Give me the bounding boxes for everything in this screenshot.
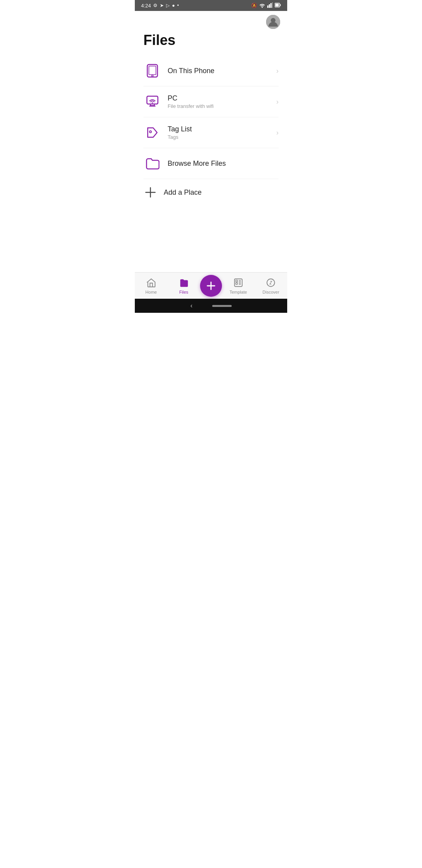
nav-item-template[interactable]: Template <box>222 274 255 298</box>
svg-rect-1 <box>269 4 270 8</box>
tag-list-title: Tag List <box>168 125 273 133</box>
fab-button[interactable] <box>200 275 222 297</box>
wifi-icon <box>259 2 265 9</box>
discover-nav-icon <box>265 277 276 288</box>
svg-rect-2 <box>270 3 272 8</box>
files-nav-icon <box>178 277 189 288</box>
svg-rect-6 <box>275 4 279 6</box>
settings-icon: ⚙ <box>153 3 157 8</box>
svg-point-15 <box>152 102 153 104</box>
svg-marker-29 <box>269 281 273 284</box>
svg-rect-25 <box>239 281 241 282</box>
system-nav: ‹ <box>135 299 287 313</box>
svg-rect-26 <box>239 283 241 283</box>
nav-fab-container <box>200 272 222 300</box>
svg-rect-14 <box>149 106 156 107</box>
status-right: 🔕 <box>251 2 281 9</box>
back-button[interactable]: ‹ <box>190 302 192 309</box>
pc-subtitle: File transfer with wifi <box>168 103 273 109</box>
browse-more-files-text: Browse More Files <box>168 160 279 168</box>
avatar[interactable] <box>266 15 280 29</box>
header <box>135 11 287 29</box>
svg-rect-22 <box>236 280 237 282</box>
menu-item-pc[interactable]: PC File transfer with wifi › <box>139 86 283 117</box>
svg-rect-13 <box>150 104 154 106</box>
on-this-phone-title: On This Phone <box>168 67 273 75</box>
add-a-place-title: Add a Place <box>164 188 279 197</box>
on-this-phone-text: On This Phone <box>168 67 273 75</box>
chevron-icon: › <box>276 67 279 75</box>
time-display: 4:24 <box>141 3 151 9</box>
phone-icon <box>143 62 161 80</box>
svg-rect-23 <box>236 283 237 284</box>
svg-point-16 <box>150 131 152 133</box>
whatsapp-icon: ● <box>172 3 175 8</box>
status-bar: 4:24 ⚙ ➤ ▷ ● • 🔕 <box>135 0 287 11</box>
svg-rect-10 <box>149 66 156 75</box>
dot-icon: • <box>177 3 179 8</box>
template-nav-icon <box>233 277 244 288</box>
browse-more-files-title: Browse More Files <box>168 160 279 168</box>
add-a-place-text: Add a Place <box>164 188 279 197</box>
menu-item-on-this-phone[interactable]: On This Phone › <box>139 56 283 86</box>
files-nav-label: Files <box>179 290 188 294</box>
mute-icon: 🔕 <box>251 3 257 8</box>
send-icon: ➤ <box>160 3 164 8</box>
tag-list-text: Tag List Tags <box>168 125 273 140</box>
svg-rect-24 <box>239 280 241 281</box>
home-pill[interactable] <box>212 305 232 307</box>
pc-title: PC <box>168 94 273 102</box>
home-nav-label: Home <box>145 290 157 294</box>
menu-item-browse-more-files[interactable]: Browse More Files <box>139 148 283 179</box>
chevron-icon: › <box>276 129 279 137</box>
nav-item-files[interactable]: Files <box>168 274 200 298</box>
template-nav-label: Template <box>229 290 247 294</box>
battery-icon <box>275 2 281 9</box>
menu-list: On This Phone › PC File transfer with wi… <box>135 56 287 206</box>
nav-item-home[interactable]: Home <box>135 274 168 298</box>
tag-icon <box>143 124 161 142</box>
svg-rect-5 <box>280 4 281 6</box>
signal-icon <box>267 2 273 9</box>
tag-list-subtitle: Tags <box>168 134 273 140</box>
pc-text: PC File transfer with wifi <box>168 94 273 109</box>
plus-icon <box>143 185 157 199</box>
menu-item-tag-list[interactable]: Tag List Tags › <box>139 117 283 148</box>
menu-item-add-a-place[interactable]: Add a Place <box>139 179 283 206</box>
bottom-nav: Home Files <box>135 272 287 299</box>
chevron-icon: › <box>276 98 279 106</box>
status-left: 4:24 ⚙ ➤ ▷ ● • <box>141 3 179 9</box>
home-nav-icon <box>146 277 157 288</box>
folder-icon <box>143 154 161 172</box>
svg-rect-0 <box>267 5 268 8</box>
wifi-monitor-icon <box>143 93 161 111</box>
svg-point-11 <box>152 75 153 77</box>
nav-item-discover[interactable]: Discover <box>255 274 288 298</box>
send-outline-icon: ▷ <box>166 3 170 8</box>
page-title: Files <box>135 29 287 56</box>
discover-nav-label: Discover <box>263 290 279 294</box>
svg-rect-27 <box>239 284 241 285</box>
svg-rect-3 <box>272 2 273 8</box>
